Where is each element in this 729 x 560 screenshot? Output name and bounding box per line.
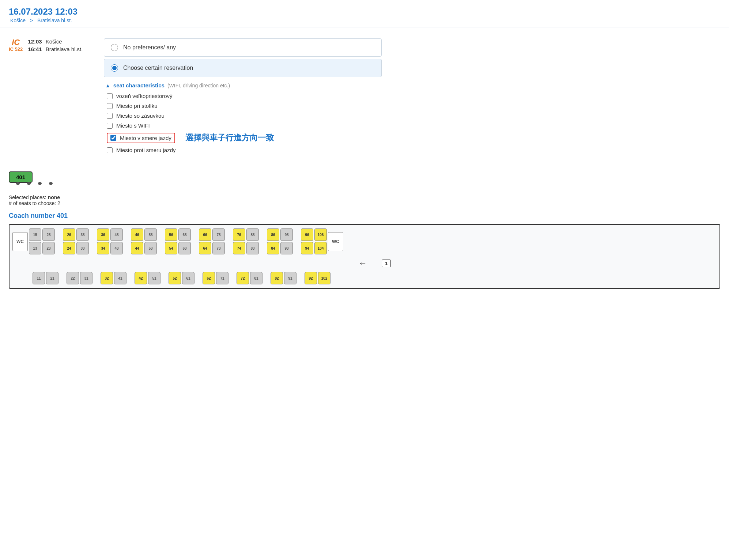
header-route: Košice > Bratislava hl.st. <box>9 18 720 23</box>
seat-86[interactable]: 86 <box>267 228 279 241</box>
coach-section: 401 Selected places: none # of seats to … <box>0 164 729 289</box>
seat-62[interactable]: 62 <box>203 272 215 284</box>
seat-83[interactable]: 83 <box>246 242 259 254</box>
checkbox-label-0: vozeň veľkopriestorový <box>116 93 173 99</box>
checkbox-3[interactable] <box>107 123 113 129</box>
seat-63[interactable]: 63 <box>178 242 191 254</box>
seat-76[interactable]: 76 <box>233 228 245 241</box>
checkbox-2[interactable] <box>107 113 113 119</box>
chevron-up-icon: ▲ <box>105 83 110 88</box>
seat-102[interactable]: 102 <box>318 272 330 284</box>
choose-reservation-option[interactable]: Choose certain reservation <box>104 59 382 77</box>
header-arrow: > <box>30 18 33 23</box>
checkbox-1[interactable] <box>107 103 113 109</box>
lower-seat-row: 11 21 22 31 32 41 42 51 52 61 62 71 72 <box>12 272 717 284</box>
reservation-panel: No preferences/ any Choose certain reser… <box>104 38 382 153</box>
coach-number-badge: 401 <box>16 174 25 180</box>
seat-char-label: seat characteristics <box>113 82 165 88</box>
sp-86-84: 86 84 <box>267 228 279 254</box>
seat-75[interactable]: 75 <box>212 228 225 241</box>
choose-reservation-radio[interactable] <box>111 64 118 72</box>
checkbox-row-0: vozeň veľkopriestorový <box>107 93 380 99</box>
seat-81[interactable]: 81 <box>250 272 262 284</box>
seat-15[interactable]: 15 <box>29 228 41 241</box>
sp-106-104: 106 104 <box>314 228 327 254</box>
arrive-time: 16:41 <box>28 46 42 52</box>
checkbox-list: vozeň veľkopriestorový Miesto pri stolík… <box>105 93 380 153</box>
seat-22[interactable]: 22 <box>67 272 79 284</box>
checkbox-row-5: Miesto proti smeru jazdy <box>107 147 380 153</box>
checkbox-row-4: Miesto v smere jazdy <box>107 133 175 143</box>
seat-61[interactable]: 61 <box>182 272 194 284</box>
seat-45[interactable]: 45 <box>110 228 123 241</box>
coach-graphic: 401 <box>9 171 33 183</box>
checkbox-4[interactable] <box>110 135 116 141</box>
seat-84[interactable]: 84 <box>267 242 279 254</box>
no-preference-label: No preferences/ any <box>123 44 176 51</box>
checkbox-row-3: Miesto s WIFI <box>107 122 380 129</box>
seat-64[interactable]: 64 <box>199 242 211 254</box>
seat-33[interactable]: 33 <box>76 242 89 254</box>
seats-to-choose-value: 2 <box>57 200 60 206</box>
seat-85[interactable]: 85 <box>246 228 259 241</box>
depart-time: 12:03 <box>28 38 42 45</box>
seat-71[interactable]: 71 <box>216 272 228 284</box>
coach-label-row: Selected places: none # of seats to choo… <box>9 194 720 206</box>
sp-45-43: 45 43 <box>110 228 123 254</box>
seat-53[interactable]: 53 <box>144 242 157 254</box>
seat-41[interactable]: 41 <box>114 272 126 284</box>
checkbox-0[interactable] <box>107 93 113 99</box>
seat-26[interactable]: 26 <box>63 228 75 241</box>
seat-52[interactable]: 52 <box>169 272 181 284</box>
seat-55[interactable]: 55 <box>144 228 157 241</box>
depart-station: Košice <box>46 38 62 45</box>
seat-13[interactable]: 13 <box>29 242 41 254</box>
seat-74[interactable]: 74 <box>233 242 245 254</box>
seat-56[interactable]: 56 <box>165 228 177 241</box>
seat-24[interactable]: 24 <box>63 242 75 254</box>
seat-32[interactable]: 32 <box>101 272 113 284</box>
seat-72[interactable]: 72 <box>237 272 249 284</box>
seat-42[interactable]: 42 <box>135 272 147 284</box>
seat-11[interactable]: 11 <box>33 272 45 284</box>
seat-21[interactable]: 21 <box>46 272 58 284</box>
seat-25[interactable]: 25 <box>42 228 55 241</box>
seat-65[interactable]: 65 <box>178 228 191 241</box>
sp-95-93: 95 93 <box>280 228 293 254</box>
seat-46[interactable]: 46 <box>131 228 143 241</box>
sp-26-24: 26 24 <box>63 228 75 254</box>
seat-73[interactable]: 73 <box>212 242 225 254</box>
seat-36[interactable]: 36 <box>97 228 109 241</box>
checkbox-5[interactable] <box>107 147 113 153</box>
sp-15-13: 15 13 <box>29 228 41 254</box>
seat-35[interactable]: 35 <box>76 228 89 241</box>
seat-106[interactable]: 106 <box>314 228 327 241</box>
annotation-text: 選擇與車子行進方向一致 <box>185 132 274 143</box>
seat-82[interactable]: 82 <box>271 272 283 284</box>
seat-43[interactable]: 43 <box>110 242 123 254</box>
arrive-station: Bratislava hl.st. <box>46 46 83 52</box>
coach-number-title: Coach number 401 <box>9 212 720 220</box>
seat-char-header[interactable]: ▲ seat characteristics (WIFI, driving di… <box>105 82 380 88</box>
seat-51[interactable]: 51 <box>148 272 160 284</box>
seat-93[interactable]: 93 <box>280 242 293 254</box>
checkbox-label-3: Miesto s WIFI <box>116 122 150 129</box>
seat-34[interactable]: 34 <box>97 242 109 254</box>
choose-reservation-label: Choose certain reservation <box>123 65 193 71</box>
seat-95[interactable]: 95 <box>280 228 293 241</box>
seats-to-choose-label: # of seats to choose: <box>9 200 56 206</box>
seat-66[interactable]: 66 <box>199 228 211 241</box>
seat-54[interactable]: 54 <box>165 242 177 254</box>
seat-23[interactable]: 23 <box>42 242 55 254</box>
seat-104[interactable]: 104 <box>314 242 327 254</box>
header-datetime: 16.07.2023 12:03 <box>9 7 720 17</box>
seat-96[interactable]: 96 <box>301 228 313 241</box>
seat-94[interactable]: 94 <box>301 242 313 254</box>
no-preference-radio[interactable] <box>111 44 118 51</box>
seat-91[interactable]: 91 <box>284 272 296 284</box>
seat-31[interactable]: 31 <box>80 272 92 284</box>
seat-92[interactable]: 92 <box>305 272 317 284</box>
no-preference-option[interactable]: No preferences/ any <box>104 38 382 57</box>
seat-44[interactable]: 44 <box>131 242 143 254</box>
wc-right: WC <box>328 232 343 251</box>
